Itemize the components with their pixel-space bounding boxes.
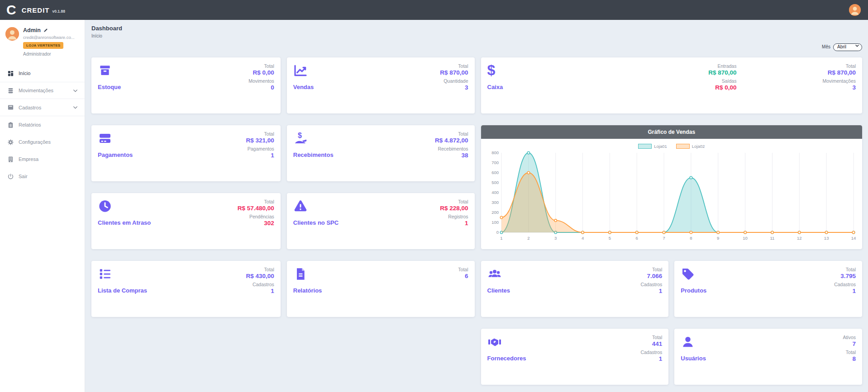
clipboard-icon [7, 122, 14, 128]
handshake-icon [487, 335, 502, 349]
stat-value: 1 [640, 355, 662, 363]
card-lista-de-compras[interactable]: Lista de ComprasTotalR$ 430,00Cadastros1 [91, 261, 281, 317]
stat-value: R$ 870,00 [822, 69, 856, 77]
stat-value: 3.795 [834, 272, 856, 280]
card-produtos[interactable]: ProdutosTotal3.795Cadastros1 [674, 261, 862, 317]
stat-value: 7.066 [640, 272, 662, 280]
stat-label: Pagamentos [246, 146, 274, 151]
sidebar-item-empresa[interactable]: Empresa [0, 151, 85, 168]
legend-item-loja02[interactable]: Loja02 [676, 144, 705, 149]
sidebar-item-movimentacoes[interactable]: Movimentações [0, 82, 85, 99]
stat-group: TotalR$ 870,00Quantidade3 [440, 62, 468, 109]
card-clientes-no-spc[interactable]: Clientes no SPCTotalR$ 228,00Registros1 [287, 193, 475, 249]
card-usuarios[interactable]: UsuáriosAtivos7Total8 [674, 329, 862, 385]
card-title: Caixa [487, 84, 503, 90]
card-stats: TotalR$ 228,00Registros1 [440, 198, 468, 245]
svg-text:11: 11 [770, 236, 774, 241]
dollar-icon: $ [487, 63, 502, 78]
sidebar-item-sair[interactable]: Sair [0, 168, 85, 185]
hand-dollar-icon: $ [293, 131, 308, 146]
stat-label: Cadastros [640, 349, 662, 355]
stat-value: 1 [440, 219, 468, 227]
card-stats: TotalR$ 321,00Pagamentos1 [246, 130, 274, 177]
svg-text:12: 12 [797, 236, 802, 241]
stat-value: R$ 321,00 [246, 137, 274, 145]
card-title: Relatórios [293, 287, 322, 294]
legend-item-loja01[interactable]: Loja01 [638, 144, 667, 149]
stat-value: 3 [440, 84, 468, 92]
card-recebimentos[interactable]: $RecebimentosTotalR$ 4.872,00Recebimento… [287, 125, 475, 181]
card-stats: Total7.066Cadastros1 [640, 265, 662, 312]
stat-label: Total [246, 131, 274, 137]
card-left: Clientes no SPC [293, 198, 339, 245]
card-stats: Total6 [458, 265, 468, 312]
stat-group: TotalR$ 870,00Movimentações3 [822, 62, 856, 109]
gear-icon [7, 139, 14, 146]
svg-text:5: 5 [608, 236, 610, 241]
stat-label: Total [435, 131, 468, 137]
card-left: Pagamentos [98, 130, 133, 177]
chart-title: Gráfico de Vendas [481, 125, 863, 139]
stat-value: 1 [640, 287, 662, 295]
legend-label: Loja01 [654, 144, 667, 149]
card-title: Fornecedores [487, 355, 526, 362]
card-title: Lista de Compras [98, 287, 147, 294]
stat-group: TotalR$ 57.480,00Pendências302 [238, 198, 274, 245]
card-pagamentos[interactable]: PagamentosTotalR$ 321,00Pagamentos1 [91, 125, 281, 181]
stat-value: 1 [834, 287, 856, 295]
sidebar-item-label: Configurações [19, 139, 51, 145]
card-title: Pagamentos [98, 151, 133, 158]
sidebar-item-label: Início [19, 71, 30, 76]
stat-label: Movimentos [248, 78, 274, 84]
file-icon [293, 267, 308, 281]
card-caixa[interactable]: $CaixaEntradasR$ 870,00SaídasR$ 0,00Tota… [481, 57, 863, 113]
clock-icon [98, 199, 112, 213]
card-title: Recebimentos [293, 151, 334, 158]
edit-pencil-icon[interactable] [43, 28, 48, 33]
sidebar-item-inicio[interactable]: Início [0, 65, 85, 82]
card-estoque[interactable]: EstoqueTotalR$ 0,00Movimentos0 [91, 57, 281, 113]
chevron-down-icon [72, 104, 78, 110]
chart-icon [293, 63, 308, 78]
sidebar: Admin credit@anronsoftware.co... LOJA VE… [0, 20, 85, 392]
stat-group: TotalR$ 0,00Movimentos0 [248, 62, 274, 109]
grid-icon [7, 70, 14, 77]
card-column-2: VendasTotalR$ 870,00Quantidade3$Recebime… [287, 57, 475, 385]
stat-value: 7 [843, 340, 856, 348]
card-relatorios[interactable]: RelatóriosTotal6 [287, 261, 475, 317]
warning-icon [293, 199, 308, 213]
sidebar-item-cadastros[interactable]: Cadastros [0, 99, 85, 116]
svg-text:3: 3 [554, 236, 557, 241]
svg-text:14: 14 [851, 236, 856, 241]
sidebar-item-label: Cadastros [19, 105, 41, 110]
card-clientes[interactable]: ClientesTotal7.066Cadastros1 [481, 261, 669, 317]
card-title: Clientes no SPC [293, 219, 339, 226]
profile-role: Administrador [23, 52, 75, 57]
stat-label: Total [843, 349, 856, 355]
month-filter-label: Mês [822, 44, 830, 49]
card-column-1: EstoqueTotalR$ 0,00Movimentos0Pagamentos… [91, 57, 281, 385]
card-left: Lista de Compras [98, 265, 147, 312]
card-clientes-em-atraso[interactable]: Clientes em AtrasoTotalR$ 57.480,00Pendê… [91, 193, 281, 249]
svg-text:800: 800 [491, 150, 499, 155]
card-stats: Total3.795Cadastros1 [834, 265, 856, 312]
card-stats: TotalR$ 4.872,00Recebimentos38 [435, 130, 468, 177]
sidebar-item-configuracoes[interactable]: Configurações [0, 133, 85, 151]
stat-label: Cadastros [834, 282, 856, 287]
card-stats: Ativos7Total8 [843, 333, 856, 380]
month-select[interactable]: Abril [833, 43, 862, 51]
power-icon [7, 173, 14, 180]
svg-text:6: 6 [635, 236, 638, 241]
card-fornecedores[interactable]: FornecedoresTotal441Cadastros1 [481, 329, 669, 385]
card-left: Vendas [293, 62, 314, 109]
card-vendas[interactable]: VendasTotalR$ 870,00Quantidade3 [287, 57, 475, 113]
stat-label: Entradas [708, 63, 736, 69]
user-avatar[interactable] [849, 4, 861, 16]
person-icon [849, 4, 861, 16]
stat-label: Saídas [708, 78, 736, 84]
stat-group: EntradasR$ 870,00SaídasR$ 0,00 [708, 62, 736, 109]
sidebar-item-relatorios[interactable]: Relatórios [0, 116, 85, 133]
legend-swatch [676, 144, 690, 149]
stat-group: Ativos7Total8 [843, 333, 856, 380]
sidebar-item-label: Relatórios [19, 122, 41, 128]
